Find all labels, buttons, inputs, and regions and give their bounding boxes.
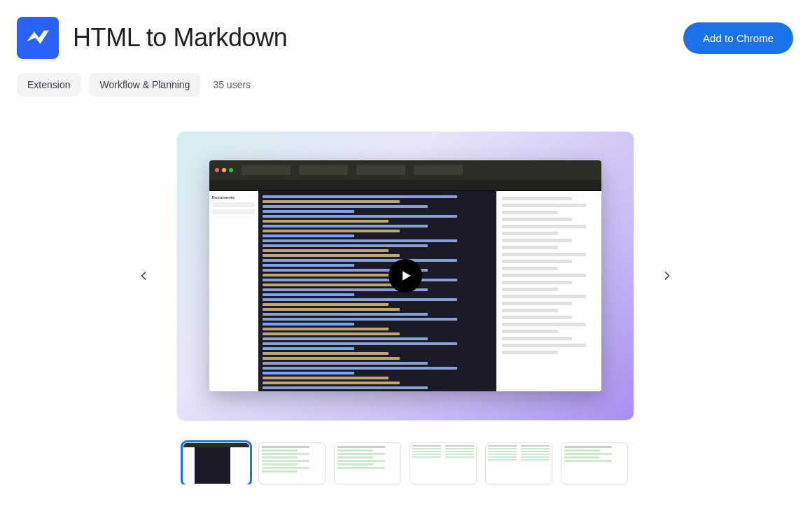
play-icon — [399, 269, 413, 283]
chip-extension[interactable]: Extension — [17, 73, 81, 97]
meta-row: Extension Workflow & Planning 35 users — [0, 64, 810, 97]
page-title: HTML to Markdown — [73, 23, 287, 52]
thumbnail-5[interactable] — [485, 442, 552, 484]
thumbnail-3[interactable] — [334, 442, 401, 484]
thumbnail-6[interactable] — [561, 442, 628, 484]
carousel-prev-button[interactable] — [130, 262, 158, 290]
carousel-slide: Documents — [177, 132, 634, 420]
chevron-right-icon — [660, 269, 674, 283]
add-to-chrome-button[interactable]: Add to Chrome — [683, 22, 793, 54]
extension-logo — [17, 17, 59, 59]
thumbnail-strip — [0, 442, 810, 484]
carousel-next-button[interactable] — [653, 262, 681, 290]
chip-category[interactable]: Workflow & Planning — [89, 73, 200, 97]
chevron-left-icon — [137, 269, 151, 283]
user-count: 35 users — [209, 79, 251, 90]
thumbnail-2[interactable] — [258, 442, 326, 484]
play-button[interactable] — [389, 259, 422, 293]
thumbnail-1[interactable] — [183, 442, 250, 484]
thumbnail-4[interactable] — [410, 442, 477, 484]
